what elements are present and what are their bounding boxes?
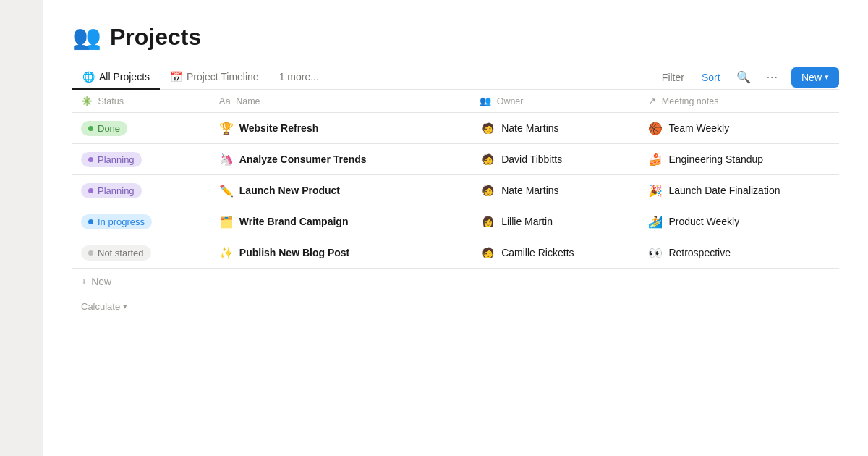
meeting-emoji-icon: 🏄 — [648, 215, 663, 229]
col-header-name[interactable]: Aa Name — [210, 90, 471, 113]
status-dot-icon — [88, 219, 93, 224]
name-text: Website Refresh — [239, 122, 318, 134]
status-badge: Done — [81, 121, 127, 136]
status-cell: Planning — [72, 144, 210, 175]
tab-more[interactable]: 1 more... — [269, 65, 329, 90]
status-cell: Not started — [72, 237, 210, 269]
name-text: Launch New Product — [239, 185, 340, 196]
status-col-icon: ✳️ — [81, 96, 93, 106]
tabs-left: 🌐 All Projects 📅 Project Timeline 1 more… — [72, 65, 658, 89]
name-cell[interactable]: 🦄Analyze Consumer Trends — [210, 144, 471, 175]
col-header-meeting[interactable]: ↗ Meeting notes — [639, 90, 839, 113]
name-cell[interactable]: ✨Publish New Blog Post — [210, 237, 471, 269]
add-new-label: New — [91, 276, 111, 287]
status-badge: Planning — [81, 183, 142, 198]
name-emoji-icon: 🗂️ — [219, 215, 234, 229]
avatar: 🧑 — [480, 151, 495, 167]
calculate-chevron-icon: ▾ — [123, 302, 127, 311]
meeting-cell[interactable]: 🏄Product Weekly — [639, 206, 839, 237]
status-badge: Not started — [81, 245, 151, 261]
status-dot-icon — [88, 250, 93, 256]
col-header-status[interactable]: ✳️ Status — [72, 90, 210, 113]
table-row[interactable]: In progress🗂️Write Brand Campaign👩Lillie… — [72, 206, 839, 237]
tab-more-label: 1 more... — [279, 71, 319, 83]
new-button-label: New — [801, 72, 822, 83]
owner-name: Nate Martins — [501, 122, 558, 134]
owner-name: Camille Ricketts — [501, 247, 574, 258]
table-row[interactable]: Done🏆Website Refresh🧑Nate Martins🏀Team W… — [72, 113, 839, 144]
owner-name: David Tibbitts — [501, 153, 562, 165]
new-button[interactable]: New ▾ — [791, 67, 839, 88]
tab-all-projects[interactable]: 🌐 All Projects — [72, 65, 160, 90]
col-name-label: Name — [236, 96, 260, 106]
name-text: Write Brand Campaign — [239, 216, 349, 227]
meeting-cell[interactable]: 🎉Launch Date Finalization — [639, 175, 839, 206]
meeting-name: Product Weekly — [668, 216, 739, 227]
meeting-cell[interactable]: 👀Retrospective — [639, 237, 839, 269]
status-cell: In progress — [72, 206, 210, 237]
table-container: ✳️ Status Aa Name 👥 Owner ↗ Meeting note… — [72, 90, 839, 318]
add-new-row[interactable]: + New — [72, 269, 839, 295]
tabs-right: Filter Sort 🔍 ··· New ▾ — [658, 67, 839, 88]
main-content: 👥 Projects 🌐 All Projects 📅 Project Time… — [43, 0, 868, 456]
name-text: Analyze Consumer Trends — [239, 153, 367, 165]
status-dot-icon — [88, 157, 93, 162]
meeting-name: Team Weekly — [668, 122, 729, 134]
name-cell[interactable]: 🏆Website Refresh — [210, 113, 471, 144]
col-meeting-label: Meeting notes — [662, 96, 719, 106]
name-emoji-icon: 🦄 — [219, 153, 234, 166]
tabs-bar: 🌐 All Projects 📅 Project Timeline 1 more… — [72, 65, 839, 90]
name-col-icon: Aa — [219, 96, 231, 106]
status-text: In progress — [98, 216, 145, 227]
table-row[interactable]: Not started✨Publish New Blog Post🧑Camill… — [72, 237, 839, 269]
page-title: Projects — [110, 24, 201, 51]
table-header-row: ✳️ Status Aa Name 👥 Owner ↗ Meeting note… — [72, 90, 839, 113]
avatar: 🧑 — [480, 120, 495, 136]
tab-all-projects-label: All Projects — [99, 71, 150, 83]
name-text: Publish New Blog Post — [239, 247, 349, 258]
col-header-owner[interactable]: 👥 Owner — [471, 90, 639, 113]
page-header: 👥 Projects — [72, 23, 839, 51]
sidebar — [0, 0, 43, 456]
meeting-name: Launch Date Finalization — [668, 185, 780, 196]
status-cell: Done — [72, 113, 210, 144]
owner-name: Nate Martins — [501, 185, 558, 196]
calculate-row[interactable]: Calculate ▾ — [72, 295, 839, 318]
filter-button[interactable]: Filter — [658, 69, 689, 86]
status-dot-icon — [88, 126, 93, 131]
status-badge: In progress — [81, 214, 152, 229]
owner-cell: 🧑Nate Martins — [471, 175, 639, 206]
col-status-label: Status — [98, 96, 123, 106]
table-row[interactable]: Planning🦄Analyze Consumer Trends🧑David T… — [72, 144, 839, 175]
meeting-cell[interactable]: 🏀Team Weekly — [639, 113, 839, 144]
tab-project-timeline[interactable]: 📅 Project Timeline — [160, 65, 269, 90]
more-options-button[interactable]: ··· — [762, 68, 783, 87]
meeting-emoji-icon: 👀 — [648, 246, 663, 260]
col-owner-label: Owner — [497, 96, 524, 106]
owner-cell: 🧑Nate Martins — [471, 113, 639, 144]
owner-col-icon: 👥 — [480, 96, 491, 106]
owner-name: Lillie Martin — [501, 216, 553, 227]
meeting-col-icon: ↗ — [648, 96, 656, 106]
table-row[interactable]: Planning✏️Launch New Product🧑Nate Martin… — [72, 175, 839, 206]
name-cell[interactable]: 🗂️Write Brand Campaign — [210, 206, 471, 237]
meeting-name: Engineering Standup — [668, 153, 763, 165]
page-icon: 👥 — [72, 23, 101, 51]
owner-cell: 🧑Camille Ricketts — [471, 237, 639, 269]
meeting-name: Retrospective — [668, 247, 731, 258]
name-cell[interactable]: ✏️Launch New Product — [210, 175, 471, 206]
status-cell: Planning — [72, 175, 210, 206]
search-button[interactable]: 🔍 — [733, 67, 754, 87]
avatar: 👩 — [480, 214, 495, 229]
meeting-cell[interactable]: 🍰Engineering Standup — [639, 144, 839, 175]
name-emoji-icon: ✏️ — [219, 184, 234, 198]
sort-button[interactable]: Sort — [697, 69, 725, 86]
calendar-icon: 📅 — [170, 71, 182, 83]
globe-icon: 🌐 — [82, 71, 95, 83]
meeting-emoji-icon: 🍰 — [648, 153, 663, 166]
owner-cell: 👩Lillie Martin — [471, 206, 639, 237]
calculate-label: Calculate — [81, 301, 120, 312]
status-text: Planning — [98, 185, 135, 196]
status-text: Planning — [98, 154, 135, 165]
chevron-down-icon: ▾ — [825, 72, 829, 82]
